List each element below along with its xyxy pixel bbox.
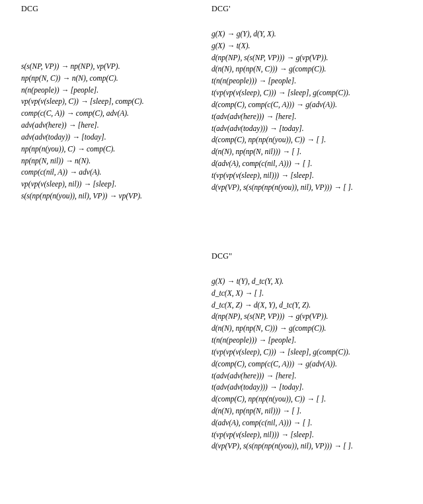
rules-dcg-prime: g(X) → g(Y), d(Y, X). g(X) → t(X). d(np(… [212,28,353,193]
rules-dcg: s(s(NP, VP)) → np(NP), vp(VP). np(np(N, … [21,61,144,202]
rules-dcg-double-prime: g(X) → t(Y), d_tc(Y, X). d_tc(X, X) → [ … [212,276,353,452]
heading-dcg: DCG [21,4,38,14]
heading-dcg-prime: DCG' [212,4,353,14]
heading-dcg-double-prime: DCG'' [212,251,353,261]
